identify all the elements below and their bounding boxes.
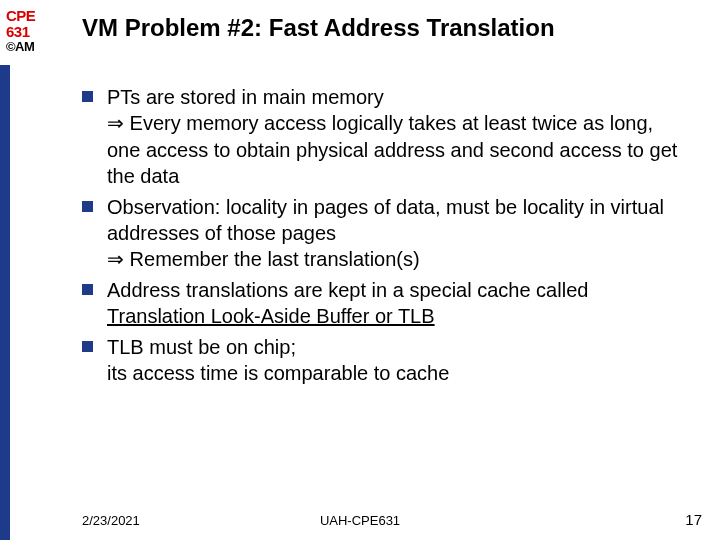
- item-lead: Address translations are kept in a speci…: [107, 279, 588, 301]
- footer-center: UAH-CPE631: [0, 513, 720, 528]
- bullet-icon: [82, 284, 93, 295]
- item-text: Address translations are kept in a speci…: [107, 277, 690, 330]
- item-underlined: Translation Look-Aside Buffer or TLB: [107, 305, 435, 327]
- item-rest: its access time is comparable to cache: [107, 362, 449, 384]
- list-item: TLB must be on chip; its access time is …: [82, 334, 690, 387]
- item-lead: PTs are stored in main memory: [107, 86, 384, 108]
- bullet-icon: [82, 341, 93, 352]
- item-text: TLB must be on chip; its access time is …: [107, 334, 690, 387]
- list-item: Observation: locality in pages of data, …: [82, 194, 690, 273]
- item-rest: Remember the last translation(s): [130, 248, 420, 270]
- list-item: Address translations are kept in a speci…: [82, 277, 690, 330]
- list-item: PTs are stored in main memory ⇒ Every me…: [82, 84, 690, 190]
- item-text: Observation: locality in pages of data, …: [107, 194, 690, 273]
- page-title: VM Problem #2: Fast Address Translation: [82, 14, 700, 42]
- bullet-icon: [82, 201, 93, 212]
- footer-page: 17: [685, 511, 702, 528]
- bullet-icon: [82, 91, 93, 102]
- item-lead: TLB must be on chip;: [107, 336, 296, 358]
- slide: CPE 631 ©AM VM Problem #2: Fast Address …: [0, 0, 720, 540]
- course-code-line1: CPE: [6, 8, 52, 24]
- side-stripe: [0, 65, 10, 540]
- item-rest: Every memory access logically takes at l…: [107, 112, 677, 187]
- content-area: PTs are stored in main memory ⇒ Every me…: [82, 84, 690, 390]
- footer: 2/23/2021 UAH-CPE631 17: [0, 508, 720, 528]
- author-label: ©AM: [6, 40, 52, 54]
- item-lead: Observation: locality in pages of data, …: [107, 196, 664, 244]
- item-text: PTs are stored in main memory ⇒ Every me…: [107, 84, 690, 190]
- implies-icon: ⇒: [107, 112, 130, 134]
- course-code-line2: 631: [6, 24, 52, 40]
- side-label: CPE 631 ©AM: [6, 8, 52, 53]
- implies-icon: ⇒: [107, 248, 130, 270]
